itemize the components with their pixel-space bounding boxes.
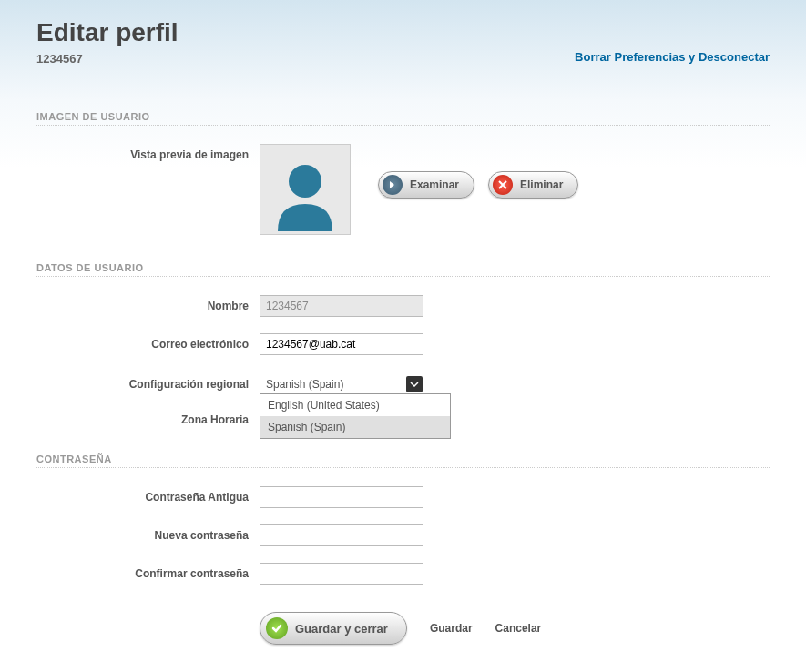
new-password-label: Nueva contraseña (36, 529, 260, 542)
delete-icon (493, 175, 513, 195)
arrow-right-icon (383, 175, 403, 195)
save-close-label: Guardar y cerrar (295, 622, 388, 636)
name-input (260, 295, 423, 317)
action-buttons: Guardar y cerrar Guardar Cancelar (260, 612, 770, 645)
email-input[interactable] (260, 333, 423, 355)
cancel-button[interactable]: Cancelar (495, 622, 542, 635)
check-icon (266, 617, 288, 639)
avatar-preview-label: Vista previa de imagen (36, 144, 260, 161)
page-title: Editar perfil (36, 18, 179, 47)
save-close-button[interactable]: Guardar y cerrar (260, 612, 407, 645)
section-user-data: DATOS DE USUARIO Nombre Correo electróni… (36, 262, 770, 426)
confirm-password-label: Confirmar contraseña (36, 567, 260, 580)
examine-button[interactable]: Examinar (378, 171, 474, 199)
new-password-input[interactable] (260, 524, 423, 546)
delete-button-label: Eliminar (520, 178, 563, 191)
page-subtitle: 1234567 (36, 52, 179, 66)
locale-selected-value: Spanish (Spain) (266, 378, 343, 391)
svg-point-0 (289, 165, 321, 198)
timezone-label: Zona Horaria (36, 413, 260, 426)
locale-option-english[interactable]: English (United States) (260, 394, 450, 416)
old-password-label: Contraseña Antigua (36, 491, 260, 504)
section-password: CONTRASEÑA Contraseña Antigua Nueva cont… (36, 453, 770, 585)
section-heading-userdata: DATOS DE USUARIO (36, 262, 770, 277)
delete-button[interactable]: Eliminar (488, 171, 578, 199)
examine-button-label: Examinar (410, 178, 459, 191)
locale-label: Configuración regional (36, 378, 260, 391)
save-button[interactable]: Guardar (430, 622, 473, 635)
avatar-preview (260, 144, 351, 235)
section-user-image: IMAGEN DE USUARIO Vista previa de imagen… (36, 111, 770, 235)
email-label: Correo electrónico (36, 338, 260, 351)
locale-dropdown: English (United States) Spanish (Spain) (260, 393, 451, 439)
chevron-down-icon (406, 376, 423, 392)
avatar-placeholder-icon (264, 154, 346, 231)
confirm-password-input[interactable] (260, 563, 423, 585)
section-heading-image: IMAGEN DE USUARIO (36, 111, 770, 126)
logout-link[interactable]: Borrar Preferencias y Desconectar (575, 50, 770, 64)
locale-option-spanish[interactable]: Spanish (Spain) (260, 416, 450, 438)
name-label: Nombre (36, 300, 260, 312)
page-header: Editar perfil 1234567 Borrar Preferencia… (36, 18, 770, 66)
section-heading-password: CONTRASEÑA (36, 453, 770, 468)
old-password-input[interactable] (260, 486, 423, 508)
